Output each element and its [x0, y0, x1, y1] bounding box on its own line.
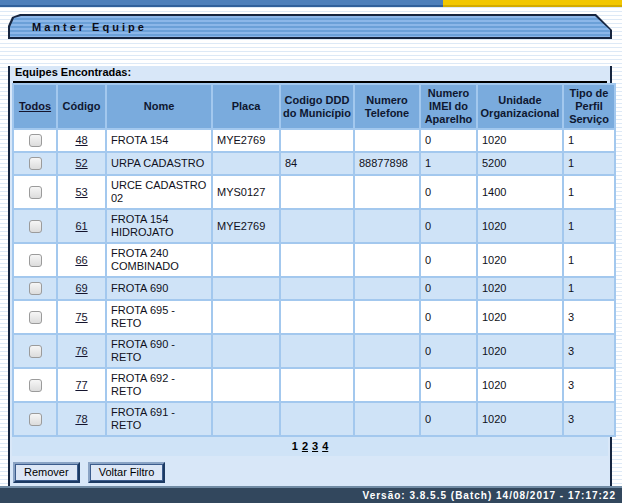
codigo-link[interactable]: 77	[75, 379, 87, 391]
page: Manter Equipe Equipes Encontradas: Todos…	[0, 7, 622, 490]
pagination-page-link[interactable]: 3	[312, 440, 318, 452]
codigo-cell: 77	[58, 369, 105, 401]
row-checkbox[interactable]	[29, 379, 42, 392]
codigo-link[interactable]: 48	[75, 134, 87, 146]
perfil-cell: 1	[564, 130, 614, 151]
imei-cell: 0	[421, 301, 476, 333]
codigo-link[interactable]: 76	[75, 345, 87, 357]
codigo-link[interactable]: 78	[75, 413, 87, 425]
table-row: 61FROTA 154 HIDROJATOMYE2769010201	[14, 210, 614, 242]
imei-cell: 0	[421, 335, 476, 367]
checkbox-cell	[14, 130, 56, 151]
pagination-current-page: 1	[292, 440, 298, 452]
checkbox-cell	[14, 176, 56, 208]
top-accent-yellow	[443, 0, 622, 7]
unidade-cell: 1020	[478, 301, 562, 333]
nome-cell: FROTA 240 COMBINADO	[107, 244, 211, 276]
column-header-c-digo: Código	[58, 85, 105, 128]
table-row: 75FROTA 695 - RETO010203	[14, 301, 614, 333]
codigo-link[interactable]: 69	[75, 282, 87, 294]
perfil-cell: 1	[564, 278, 614, 299]
nome-cell: FROTA 690	[107, 278, 211, 299]
unidade-cell: 1020	[478, 369, 562, 401]
row-checkbox[interactable]	[29, 254, 42, 267]
teams-table: TodosCódigoNomePlacaCodigo DDD do Municí…	[12, 83, 616, 437]
imei-cell: 0	[421, 130, 476, 151]
column-header-todos[interactable]: Todos	[14, 85, 56, 128]
placa-cell	[213, 301, 279, 333]
telefone-cell: 88877898	[355, 153, 419, 174]
perfil-cell: 1	[564, 176, 614, 208]
column-header-placa: Placa	[213, 85, 279, 128]
table-row: 48FROTA 154MYE2769010201	[14, 130, 614, 151]
perfil-cell: 3	[564, 369, 614, 401]
ddd-cell	[281, 244, 353, 276]
back-filter-button[interactable]: Voltar Filtro	[88, 462, 166, 483]
table-row: 76FROTA 690 - RETO010203	[14, 335, 614, 367]
ddd-cell	[281, 210, 353, 242]
nome-cell: FROTA 695 - RETO	[107, 301, 211, 333]
ddd-cell	[281, 335, 353, 367]
placa-cell: MYE2769	[213, 130, 279, 151]
placa-cell	[213, 153, 279, 174]
placa-cell	[213, 403, 279, 435]
column-header-nome: Nome	[107, 85, 211, 128]
remove-button[interactable]: Remover	[13, 462, 80, 483]
row-checkbox[interactable]	[29, 345, 42, 358]
placa-cell: MYE2769	[213, 210, 279, 242]
perfil-cell: 1	[564, 210, 614, 242]
checkbox-cell	[14, 210, 56, 242]
table-row: 78FROTA 691 - RETO010203	[14, 403, 614, 435]
unidade-cell: 5200	[478, 153, 562, 174]
page-title: Manter Equipe	[32, 21, 147, 33]
top-accent-blue	[0, 0, 443, 7]
telefone-cell	[355, 176, 419, 208]
ddd-cell	[281, 369, 353, 401]
codigo-cell: 76	[58, 335, 105, 367]
panel-body: Equipes Encontradas: TodosCódigoNomePlac…	[8, 66, 612, 490]
telefone-cell	[355, 130, 419, 151]
codigo-link[interactable]: 53	[75, 186, 87, 198]
row-checkbox[interactable]	[29, 157, 42, 170]
column-header-numero-telefone: Numero Telefone	[355, 85, 419, 128]
top-accent-bar	[0, 0, 622, 7]
row-checkbox[interactable]	[29, 282, 42, 295]
perfil-cell: 1	[564, 244, 614, 276]
ddd-cell	[281, 403, 353, 435]
perfil-cell: 3	[564, 301, 614, 333]
perfil-cell: 3	[564, 335, 614, 367]
codigo-cell: 48	[58, 130, 105, 151]
pagination-page-link[interactable]: 4	[322, 440, 328, 452]
imei-cell: 0	[421, 176, 476, 208]
telefone-cell	[355, 244, 419, 276]
imei-cell: 0	[421, 369, 476, 401]
imei-cell: 0	[421, 210, 476, 242]
ddd-cell	[281, 301, 353, 333]
telefone-cell	[355, 403, 419, 435]
select-all-link[interactable]: Todos	[19, 100, 51, 112]
row-checkbox[interactable]	[29, 186, 42, 199]
row-checkbox[interactable]	[29, 220, 42, 233]
panel-tab: Manter Equipe	[8, 14, 612, 39]
codigo-cell: 75	[58, 301, 105, 333]
ddd-cell	[281, 176, 353, 208]
unidade-cell: 1020	[478, 244, 562, 276]
pagination-page-link[interactable]: 2	[302, 440, 308, 452]
ddd-cell	[281, 130, 353, 151]
codigo-link[interactable]: 75	[75, 311, 87, 323]
unidade-cell: 1020	[478, 278, 562, 299]
row-checkbox[interactable]	[29, 311, 42, 324]
row-checkbox[interactable]	[29, 134, 42, 147]
row-checkbox[interactable]	[29, 413, 42, 426]
nome-cell: FROTA 692 - RETO	[107, 369, 211, 401]
checkbox-cell	[14, 369, 56, 401]
codigo-link[interactable]: 61	[75, 220, 87, 232]
imei-cell: 0	[421, 403, 476, 435]
codigo-link[interactable]: 52	[75, 157, 87, 169]
nome-cell: FROTA 690 - RETO	[107, 335, 211, 367]
codigo-link[interactable]: 66	[75, 254, 87, 266]
status-bar: Versão: 3.8.5.5 (Batch) 14/08/2017 - 17:…	[0, 486, 622, 503]
column-header-tipo-de-perfil-servi-o: Tipo de Perfil Serviço	[564, 85, 614, 128]
button-row: Remover Voltar Filtro	[13, 462, 608, 483]
version-text: Versão: 3.8.5.5 (Batch) 14/08/2017 - 17:…	[363, 490, 616, 501]
